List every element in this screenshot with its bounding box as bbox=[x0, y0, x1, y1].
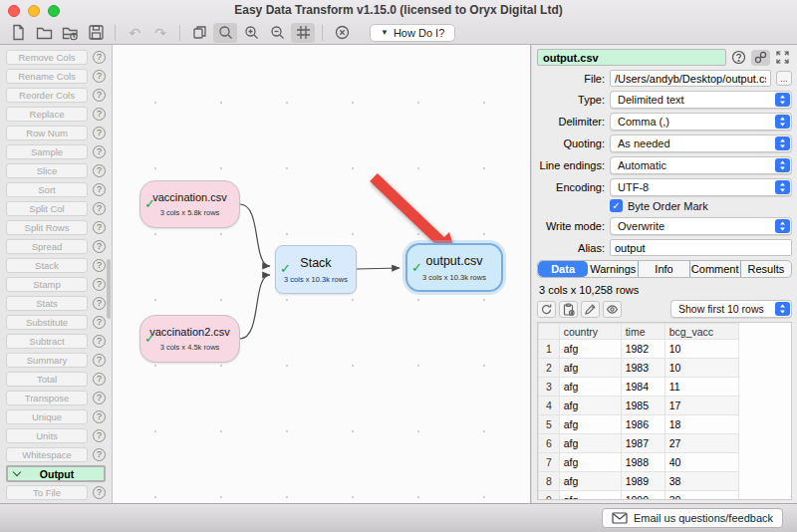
sidebar-section-output[interactable]: Output bbox=[6, 465, 106, 482]
cell[interactable]: afg bbox=[559, 491, 621, 501]
cell[interactable]: 11 bbox=[664, 378, 738, 397]
cell[interactable]: 1988 bbox=[621, 453, 664, 472]
help-icon[interactable]: ? bbox=[93, 240, 106, 253]
row-number[interactable]: 6 bbox=[539, 434, 560, 453]
row-number[interactable]: 9 bbox=[539, 491, 560, 501]
cell[interactable]: 17 bbox=[664, 397, 738, 415]
cell[interactable]: 10 bbox=[664, 359, 738, 378]
help-icon[interactable]: ? bbox=[93, 335, 106, 348]
how-do-i-button[interactable]: ▼ How Do I? bbox=[370, 24, 455, 42]
help-icon[interactable]: ? bbox=[93, 145, 106, 158]
node-vaccination2-csv[interactable]: ✓ vaccination2.csv 3 cols x 4.5k rows bbox=[139, 315, 240, 363]
cell[interactable]: afg bbox=[559, 397, 621, 415]
transform-button[interactable]: Stack bbox=[6, 258, 88, 273]
transform-button[interactable]: Replace bbox=[6, 107, 88, 122]
help-icon[interactable]: ? bbox=[93, 221, 106, 234]
transform-button[interactable]: Unique bbox=[6, 409, 88, 424]
cell[interactable]: afg bbox=[559, 378, 621, 397]
tab-comment[interactable]: Comment bbox=[690, 261, 741, 277]
zoom-out-button[interactable] bbox=[265, 23, 289, 43]
transform-button[interactable]: Stamp bbox=[6, 277, 88, 292]
help-icon[interactable]: ? bbox=[93, 392, 106, 404]
transform-button[interactable]: Stats bbox=[6, 296, 88, 311]
zoom-in-button[interactable] bbox=[239, 23, 263, 43]
row-number[interactable]: 2 bbox=[539, 359, 560, 378]
node-stack[interactable]: ✓ Stack 3 cols x 10.3k rows bbox=[275, 245, 357, 294]
cell[interactable]: 1987 bbox=[621, 434, 664, 453]
transform-button[interactable]: Sample bbox=[6, 144, 88, 159]
cell[interactable]: afg bbox=[559, 415, 621, 434]
transform-button[interactable]: Subtract bbox=[6, 334, 88, 349]
zoom-window-button[interactable] bbox=[48, 5, 60, 17]
help-icon[interactable]: ? bbox=[93, 354, 106, 367]
cell[interactable]: 10 bbox=[664, 340, 738, 359]
transform-button[interactable]: Slice bbox=[6, 163, 88, 178]
row-number[interactable]: 4 bbox=[539, 397, 560, 415]
cell[interactable]: 1985 bbox=[621, 397, 664, 415]
cell[interactable]: 1989 bbox=[621, 472, 664, 491]
new-file-button[interactable] bbox=[6, 23, 30, 43]
cell[interactable]: afg bbox=[559, 434, 621, 453]
rows-filter-select[interactable]: Show first 10 rows bbox=[670, 300, 792, 318]
close-window-button[interactable] bbox=[8, 5, 20, 17]
row-number[interactable]: 5 bbox=[539, 415, 560, 434]
transform-button[interactable]: Sort bbox=[6, 182, 88, 197]
sidebar-scrollbar[interactable] bbox=[107, 259, 111, 319]
delimiter-select[interactable]: Comma (,) bbox=[610, 113, 792, 131]
tab-data[interactable]: Data bbox=[538, 261, 588, 277]
cell[interactable]: 30 bbox=[664, 491, 738, 501]
preview-button[interactable] bbox=[603, 301, 622, 318]
cell[interactable]: 1983 bbox=[621, 359, 664, 378]
byte-order-mark-checkbox[interactable]: ✓ bbox=[610, 199, 623, 212]
copy-to-clipboard-button[interactable] bbox=[559, 301, 578, 318]
cell[interactable]: 1982 bbox=[621, 340, 664, 359]
row-number[interactable]: 8 bbox=[539, 472, 560, 491]
file-path-input[interactable] bbox=[610, 70, 771, 87]
quoting-select[interactable]: As needed bbox=[610, 134, 792, 152]
minimize-window-button[interactable] bbox=[28, 5, 40, 17]
row-number[interactable]: 7 bbox=[539, 453, 560, 472]
transform-button[interactable]: Transpose bbox=[6, 391, 88, 405]
help-icon[interactable]: ? bbox=[93, 429, 106, 442]
help-icon[interactable]: ? bbox=[93, 373, 106, 386]
cell[interactable]: 1990 bbox=[621, 491, 664, 501]
transform-button[interactable]: To File bbox=[6, 485, 88, 500]
cell[interactable]: afg bbox=[559, 340, 621, 359]
node-name-input[interactable] bbox=[537, 49, 726, 66]
type-select[interactable]: Delimited text bbox=[610, 91, 792, 109]
line-endings-select[interactable]: Automatic bbox=[610, 156, 792, 174]
tab-warnings[interactable]: Warnings bbox=[588, 261, 639, 277]
link-button[interactable] bbox=[751, 50, 770, 66]
transform-button[interactable]: Reorder Cols bbox=[6, 88, 88, 103]
help-icon[interactable]: ? bbox=[93, 202, 106, 215]
help-icon[interactable]: ? bbox=[93, 51, 106, 64]
cell[interactable]: 1984 bbox=[621, 378, 664, 397]
write-mode-select[interactable]: Overwrite bbox=[610, 217, 792, 235]
transform-button[interactable]: Remove Cols bbox=[6, 50, 88, 65]
cell[interactable]: afg bbox=[559, 453, 621, 472]
transform-button[interactable]: Spread bbox=[6, 239, 88, 254]
transform-button[interactable]: Summary bbox=[6, 353, 88, 368]
help-icon[interactable]: ? bbox=[93, 70, 106, 83]
help-icon[interactable]: ? bbox=[93, 127, 106, 139]
row-number[interactable]: 1 bbox=[539, 340, 560, 359]
help-icon[interactable]: ? bbox=[93, 108, 106, 121]
open-file-button[interactable] bbox=[32, 23, 56, 43]
email-feedback-button[interactable]: Email us questions/feedback bbox=[602, 508, 783, 528]
column-header[interactable]: time bbox=[621, 324, 664, 340]
flow-canvas[interactable]: ✓ vaccination.csv 3 cols x 5.8k rows ✓ v… bbox=[113, 45, 530, 503]
help-icon[interactable]: ? bbox=[93, 259, 106, 272]
alias-input[interactable] bbox=[610, 239, 792, 256]
help-icon[interactable]: ? bbox=[93, 183, 106, 196]
transform-button[interactable]: Total bbox=[6, 372, 88, 387]
transform-button[interactable]: Row Num bbox=[6, 126, 88, 140]
transform-button[interactable]: Substitute bbox=[6, 315, 88, 330]
undo-button[interactable]: ↶ bbox=[123, 23, 146, 43]
column-header[interactable]: bcg_vacc bbox=[664, 324, 738, 340]
help-button[interactable] bbox=[729, 50, 748, 66]
cell[interactable]: afg bbox=[559, 359, 621, 378]
node-output-csv[interactable]: ✓ output.csv 3 cols x 10.3k rows bbox=[405, 243, 503, 292]
cell[interactable]: 40 bbox=[664, 453, 738, 472]
edit-button[interactable] bbox=[581, 301, 600, 318]
help-icon[interactable]: ? bbox=[93, 448, 106, 461]
